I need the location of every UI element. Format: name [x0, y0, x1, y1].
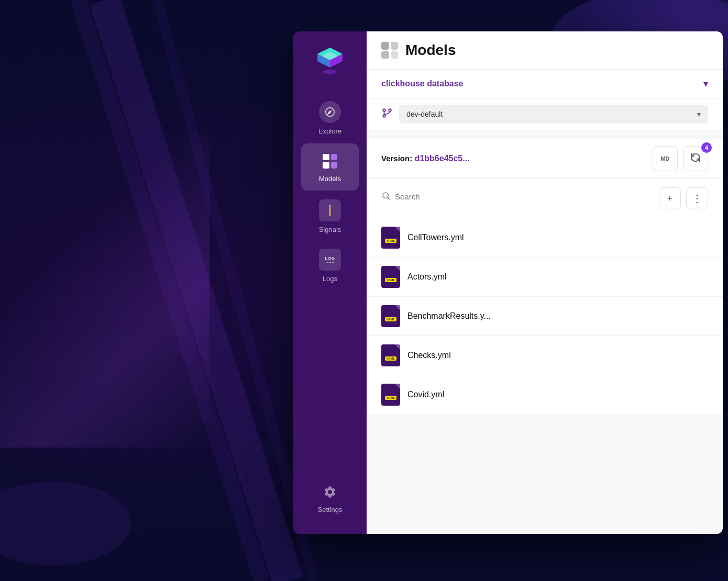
models-label: Models [319, 175, 341, 183]
list-item[interactable]: YAML Checks.yml [367, 336, 723, 375]
sidebar-item-signals[interactable]: Signals [301, 193, 359, 240]
file-name: BenchmarkResults.y... [407, 311, 491, 321]
git-branch-icon [381, 107, 393, 121]
search-icon [381, 191, 391, 203]
svg-point-9 [323, 70, 337, 74]
svg-point-13 [383, 115, 385, 117]
list-item[interactable]: YAML Actors.yml [367, 258, 723, 297]
branch-select[interactable]: dev-default ▾ [399, 105, 708, 124]
yaml-file-icon: YAML [381, 305, 400, 327]
sidebar-item-models[interactable]: Models [301, 143, 359, 191]
signals-icon [319, 199, 341, 221]
sync-button[interactable]: 4 [683, 146, 708, 171]
list-item[interactable]: YAML BenchmarkResults.y... [367, 297, 723, 336]
sidebar-item-logs[interactable]: LOG Logs [301, 242, 359, 289]
settings-label: Settings [318, 506, 343, 513]
bg-glow-left [0, 133, 209, 448]
list-item[interactable]: YAML CellTowers.yml [367, 218, 723, 258]
search-input-wrapper [381, 191, 654, 206]
file-name: CellTowers.yml [407, 233, 464, 242]
yaml-file-icon: YAML [381, 227, 400, 249]
logs-label: Logs [323, 275, 337, 283]
files-list: YAML CellTowers.yml YAML Actors.yml YAML… [367, 218, 723, 534]
sync-badge: 4 [701, 142, 712, 153]
svg-point-10 [329, 214, 331, 216]
page-title: Models [405, 42, 456, 59]
database-name: clickhouse database [381, 79, 464, 88]
branch-chevron-icon: ▾ [697, 110, 701, 118]
yaml-file-icon: YAML [381, 344, 400, 366]
version-label: Version: [381, 154, 412, 163]
sidebar-item-settings[interactable]: Settings [301, 474, 359, 521]
database-selector[interactable]: clickhouse database ▾ [367, 70, 723, 98]
file-name: Actors.yml [407, 272, 447, 282]
header: Models [367, 31, 723, 70]
explore-label: Explore [318, 127, 341, 135]
sync-icon [690, 152, 701, 166]
main-window: Explore Models [293, 31, 723, 534]
search-input[interactable] [395, 192, 654, 201]
add-icon: + [667, 193, 673, 204]
file-name: Checks.yml [407, 351, 451, 360]
header-models-icon [381, 42, 398, 59]
app-logo[interactable] [312, 42, 348, 79]
version-hash: d1bb6e45c5... [415, 154, 470, 163]
models-icon [321, 152, 339, 171]
sidebar-item-explore[interactable]: Explore [301, 94, 359, 141]
version-bar: Version: d1bb6e45c5... MD 4 [367, 139, 723, 179]
database-chevron-icon: ▾ [703, 78, 708, 90]
search-row: + ⋮ [367, 179, 723, 218]
svg-point-11 [383, 109, 385, 111]
md-button[interactable]: MD [653, 146, 678, 171]
md-icon: MD [660, 155, 669, 162]
logs-icon: LOG [319, 249, 341, 271]
svg-point-12 [389, 109, 391, 111]
add-model-button[interactable]: + [659, 187, 681, 209]
version-actions: MD 4 [653, 146, 708, 171]
settings-icon [321, 483, 339, 501]
yaml-file-icon: YAML [381, 266, 400, 288]
main-content: Models clickhouse database ▾ dev-default… [367, 31, 723, 534]
branch-value: dev-default [406, 110, 443, 118]
more-options-button[interactable]: ⋮ [686, 187, 708, 209]
yaml-file-icon: YAML [381, 384, 400, 406]
sidebar: Explore Models [293, 31, 367, 534]
more-icon: ⋮ [692, 193, 702, 204]
signals-label: Signals [319, 226, 341, 233]
branch-row: dev-default ▾ [367, 98, 723, 130]
version-info: Version: d1bb6e45c5... [381, 154, 470, 163]
file-name: Covid.yml [407, 390, 444, 399]
explore-icon [319, 101, 341, 123]
list-item[interactable]: YAML Covid.yml [367, 375, 723, 414]
